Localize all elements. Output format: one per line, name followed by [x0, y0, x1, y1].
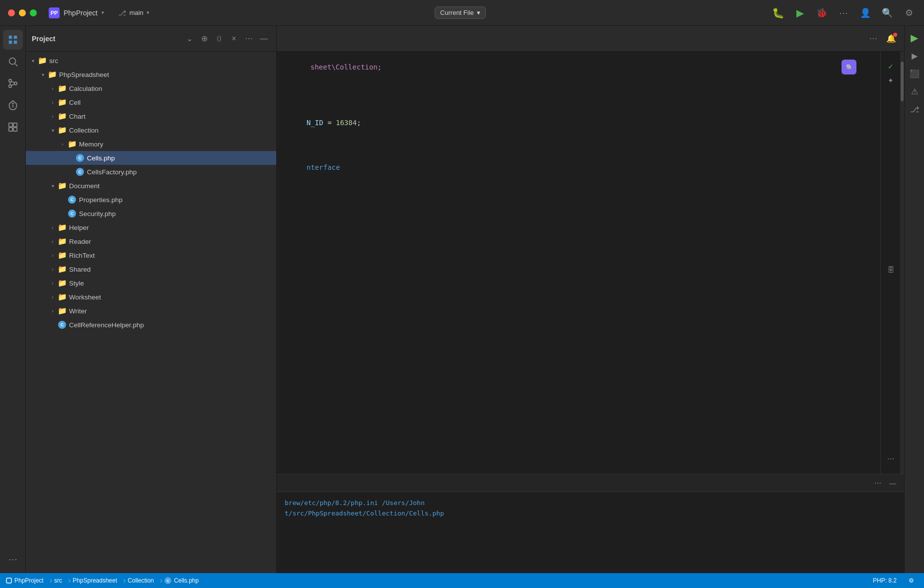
status-phpspreadsheet[interactable]: PhpSpreadsheet	[73, 577, 117, 584]
tree-item-security[interactable]: › C Security.php	[26, 207, 276, 220]
activity-debug[interactable]	[3, 95, 23, 115]
status-bar: PhpProject › src › PhpSpreadsheet › Coll…	[0, 573, 924, 588]
code-line-blank-2	[307, 84, 870, 95]
status-collection[interactable]: Collection	[128, 577, 154, 584]
tree-item-style[interactable]: › 📁 Style	[26, 276, 276, 290]
run-button[interactable]: ▶	[793, 6, 807, 20]
maximize-button[interactable]	[30, 9, 37, 16]
tree-toggle-src[interactable]: ▾	[28, 56, 38, 66]
sidebar-close-icon[interactable]: ×	[228, 32, 240, 45]
sidebar-more-icon[interactable]: ⋯	[242, 32, 255, 45]
database-icon[interactable]: 🗄	[886, 265, 896, 275]
activity-explorer[interactable]	[3, 30, 23, 50]
status-file-icon: C	[164, 577, 171, 584]
tree-toggle-style[interactable]: ›	[48, 278, 58, 288]
check-icon: ✓	[886, 62, 896, 72]
tree-item-writer[interactable]: › 📁 Writer	[26, 304, 276, 318]
terminal-minimize-icon[interactable]: —	[887, 478, 898, 489]
scrollbar[interactable]	[900, 52, 904, 474]
tree-item-memory[interactable]: › 📁 Memory	[26, 137, 276, 151]
right-bar-debug-icon[interactable]: ▶	[907, 48, 923, 64]
activity-bar: ⋯	[0, 26, 26, 573]
more-menu-icon[interactable]: ⋯	[837, 6, 850, 20]
app-dropdown-icon[interactable]: ▾	[101, 9, 104, 16]
tree-item-properties[interactable]: › C Properties.php	[26, 193, 276, 207]
tree-label-cells: Cells.php	[87, 154, 272, 162]
tree-toggle-shared[interactable]: ›	[48, 264, 58, 274]
tree-toggle-memory[interactable]: ›	[58, 139, 68, 149]
code-line-blank-5	[307, 128, 870, 139]
user-icon[interactable]: 👤	[858, 6, 872, 20]
status-project[interactable]: PhpProject	[6, 577, 44, 584]
tree-toggle-calculation[interactable]: ›	[48, 83, 58, 93]
tree-item-helper[interactable]: › 📁 Helper	[26, 220, 276, 234]
scrollbar-thumb[interactable]	[901, 62, 904, 101]
tree-item-reader[interactable]: › 📁 Reader	[26, 234, 276, 248]
sidebar-minimize-icon[interactable]: —	[257, 32, 270, 45]
tree-item-cellsfactory[interactable]: › C CellsFactory.php	[26, 165, 276, 179]
status-src[interactable]: src	[54, 577, 62, 584]
right-bar-alert-icon[interactable]: ⚠	[907, 83, 923, 99]
branch-selector[interactable]: ⎇ main ▾	[118, 9, 149, 17]
status-settings-icon[interactable]: ⚙	[909, 577, 914, 584]
status-language[interactable]: PHP: 8.2	[873, 577, 897, 584]
tree-toggle-richtext[interactable]: ›	[48, 250, 58, 260]
editor-more-gutter-icon[interactable]: ⋯	[886, 454, 896, 464]
tree-toggle-phpspreadsheet[interactable]: ▾	[38, 70, 48, 79]
tree-item-chart[interactable]: › 📁 Chart	[26, 109, 276, 123]
minimize-button[interactable]	[19, 9, 26, 16]
status-file[interactable]: C Cells.php	[164, 577, 199, 584]
tree-item-richtext[interactable]: › 📁 RichText	[26, 248, 276, 262]
debug-run-icon[interactable]: 🐞	[815, 6, 829, 20]
tree-item-phpspreadsheet[interactable]: ▾ 📁 PhpSpreadsheet	[26, 68, 276, 81]
cells-file-icon: C	[76, 153, 84, 162]
ai-assist-icon[interactable]: ✦	[886, 75, 896, 85]
tree-item-cells[interactable]: › C Cells.php	[26, 151, 276, 165]
branch-dropdown-icon[interactable]: ▾	[147, 9, 150, 16]
activity-vcs[interactable]	[3, 74, 23, 93]
terminal-content[interactable]: brew/etc/php/8.2/php.ini /Users/John t/s…	[277, 492, 904, 573]
current-file-dropdown[interactable]: Current File ▾	[435, 6, 486, 19]
tree-toggle-worksheet[interactable]: ›	[48, 292, 58, 302]
debug-icon[interactable]: 🐛	[771, 6, 785, 20]
notification-bell-icon[interactable]: 🔔	[884, 32, 898, 46]
code-content[interactable]: 🐘 sheet\Collection; N_ID = 16384	[277, 52, 880, 474]
tree-toggle-collection[interactable]: ▾	[48, 125, 58, 135]
tree-toggle-reader[interactable]: ›	[48, 236, 58, 246]
settings-icon[interactable]: ⚙	[902, 6, 916, 20]
right-bar-run-icon[interactable]: ▶	[907, 30, 923, 46]
editor-more-icon[interactable]: ⋯	[866, 32, 880, 46]
tree-item-cell[interactable]: › 📁 Cell	[26, 95, 276, 109]
tree-toggle-helper[interactable]: ›	[48, 222, 58, 232]
tree-toggle-cell[interactable]: ›	[48, 97, 58, 107]
tree-label-src: src	[49, 57, 272, 65]
collection-folder-icon: 📁	[58, 126, 67, 135]
svg-point-2	[8, 79, 11, 82]
tree-item-cellreferencehelper[interactable]: › C CellReferenceHelper.php	[26, 318, 276, 332]
sidebar-collapse-icon[interactable]: ⟨⟩	[213, 32, 226, 45]
tree-item-src[interactable]: ▾ 📁 src	[26, 54, 276, 68]
tree-toggle-writer[interactable]: ›	[48, 306, 58, 316]
right-bar-terminal-icon[interactable]: ⬛	[907, 66, 923, 81]
activity-plugins[interactable]	[3, 117, 23, 137]
svg-rect-9	[8, 128, 12, 131]
svg-rect-7	[8, 123, 12, 127]
activity-search[interactable]	[3, 52, 23, 72]
search-icon[interactable]: 🔍	[880, 6, 894, 20]
tree-toggle-document[interactable]: ▾	[48, 181, 58, 191]
close-button[interactable]	[8, 9, 15, 16]
code-editor[interactable]: 🐘 sheet\Collection; N_ID = 16384	[277, 52, 904, 474]
sidebar-dropdown-icon[interactable]: ⌄	[183, 32, 196, 45]
tree-toggle-chart[interactable]: ›	[48, 111, 58, 121]
titlebar-center: Current File ▾	[155, 6, 765, 19]
document-folder-icon: 📁	[58, 181, 67, 190]
sidebar-add-icon[interactable]: ⊕	[198, 32, 211, 45]
tree-item-shared[interactable]: › 📁 Shared	[26, 262, 276, 276]
tree-item-collection[interactable]: ▾ 📁 Collection	[26, 123, 276, 137]
tree-item-calculation[interactable]: › 📁 Calculation	[26, 81, 276, 95]
activity-more[interactable]: ⋯	[3, 549, 23, 569]
terminal-more-icon[interactable]: ⋯	[872, 478, 883, 489]
right-bar-git-icon[interactable]: ⎇	[907, 101, 923, 117]
tree-item-worksheet[interactable]: › 📁 Worksheet	[26, 290, 276, 304]
tree-item-document[interactable]: ▾ 📁 Document	[26, 179, 276, 193]
